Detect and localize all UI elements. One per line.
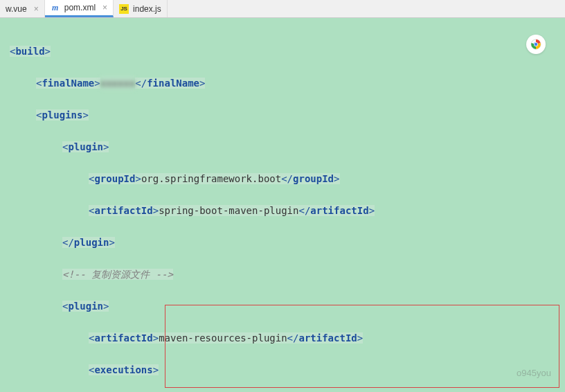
close-icon[interactable]: × — [102, 3, 107, 12]
code-editor[interactable]: <build> <finalName>xxxxxx</finalName> <p… — [0, 18, 565, 392]
maven-icon: m — [51, 3, 60, 12]
tab-bar: w.vue × m pom.xml × JS index.js — [0, 0, 565, 18]
close-icon[interactable]: × — [34, 4, 39, 14]
tab-vue[interactable]: w.vue × — [0, 0, 45, 17]
tab-label: index.js — [133, 4, 161, 14]
tab-indexjs[interactable]: JS index.js — [114, 0, 168, 17]
tab-label: pom.xml — [64, 3, 96, 12]
tab-label: w.vue — [6, 4, 27, 14]
tab-pom[interactable]: m pom.xml × — [45, 0, 114, 17]
js-icon: JS — [119, 4, 129, 14]
final-name-value: xxxxxx — [100, 78, 136, 89]
comment-copy-res: <!-- 复制资源文件 --> — [62, 269, 173, 280]
watermark: o945you — [517, 368, 551, 378]
